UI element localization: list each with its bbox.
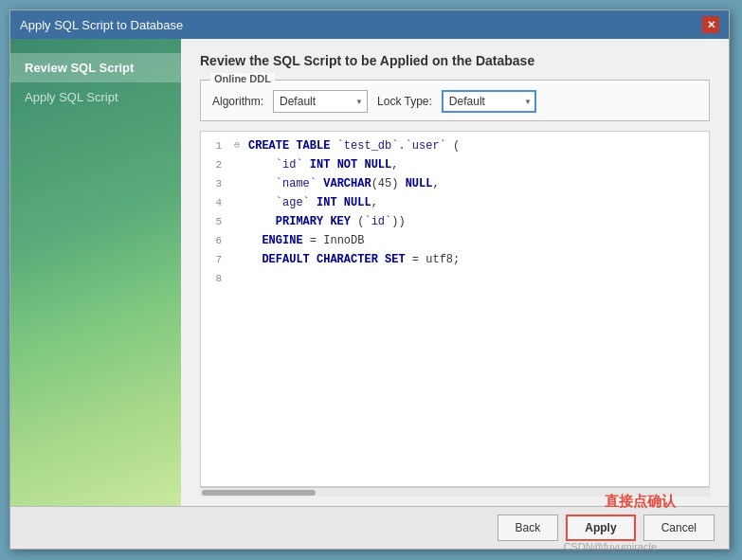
- code-line-4: 4 `age` INT NULL,: [201, 193, 709, 212]
- scrollbar-thumb[interactable]: [202, 490, 316, 496]
- sql-code-area[interactable]: 1 ⊖ CREATE TABLE `test_db`.`user` ( 2 `i…: [200, 131, 710, 487]
- code-line-8: 8: [201, 269, 709, 288]
- sidebar: Review SQL Script Apply SQL Script: [10, 39, 181, 506]
- code-line-7: 7 DEFAULT CHARACTER SET = utf8;: [201, 250, 709, 269]
- code-line-6: 6 ENGINE = InnoDB: [201, 231, 709, 250]
- algorithm-label: Algorithm:: [212, 95, 263, 108]
- main-dialog: Apply SQL Script to Database ✕ Review SQ…: [9, 9, 730, 550]
- code-line-1: 1 ⊖ CREATE TABLE `test_db`.`user` (: [201, 136, 709, 155]
- sidebar-item-apply-sql-script[interactable]: Apply SQL Script: [10, 82, 181, 112]
- sidebar-item-review-sql-script[interactable]: Review SQL Script: [10, 53, 181, 82]
- apply-button[interactable]: Apply: [566, 515, 635, 541]
- lock-type-label: Lock Type:: [377, 95, 432, 108]
- algorithm-select[interactable]: Default: [273, 90, 368, 113]
- lock-type-select-wrap: Default: [442, 90, 536, 113]
- algorithm-select-wrap: Default: [273, 90, 368, 113]
- ddl-legend: Online DDL: [210, 73, 275, 84]
- close-button[interactable]: ✕: [702, 16, 719, 33]
- content-title: Review the SQL Script to be Applied on t…: [200, 53, 710, 68]
- online-ddl-section: Online DDL Algorithm: Default Lock Type:…: [200, 80, 710, 121]
- cancel-button[interactable]: Cancel: [643, 515, 715, 541]
- dialog-body: Review SQL Script Apply SQL Script Revie…: [10, 39, 729, 506]
- dialog-title: Apply SQL Script to Database: [20, 18, 183, 32]
- title-bar: Apply SQL Script to Database ✕: [10, 10, 729, 39]
- content-area: Review the SQL Script to be Applied on t…: [181, 39, 729, 506]
- code-line-5: 5 PRIMARY KEY (`id`)): [201, 212, 709, 231]
- ddl-row: Algorithm: Default Lock Type: Default: [212, 90, 697, 113]
- code-line-2: 2 `id` INT NOT NULL,: [201, 155, 709, 174]
- code-line-3: 3 `name` VARCHAR(45) NULL,: [201, 174, 709, 193]
- back-button[interactable]: Back: [498, 515, 559, 541]
- lock-type-select[interactable]: Default: [442, 90, 536, 113]
- watermark: CSDN@fuyumiracle: [563, 541, 657, 552]
- annotation-text: 直接点确认: [605, 493, 676, 511]
